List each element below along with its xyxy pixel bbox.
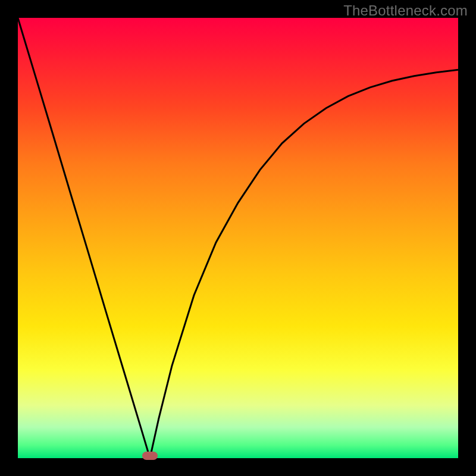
curve-svg	[18, 18, 458, 458]
chart-frame: TheBottleneck.com	[0, 0, 476, 476]
plot-area	[18, 18, 458, 458]
watermark-text: TheBottleneck.com	[343, 2, 468, 19]
curve-right	[150, 70, 458, 458]
curve-left	[18, 18, 150, 458]
minimum-marker	[142, 452, 158, 460]
